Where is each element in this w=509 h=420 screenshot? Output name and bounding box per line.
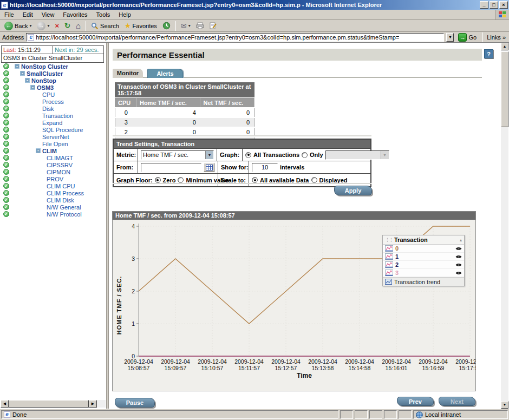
tree-item-transaction[interactable]: ✓Transaction (0, 113, 107, 120)
minimize-button[interactable]: _ (480, 1, 488, 9)
tree-item-label[interactable]: SQL Procedure (42, 127, 83, 133)
tree-item-label[interactable]: NonStop Cluster (21, 63, 68, 70)
legend-collapse-icon[interactable]: ▴ (460, 238, 462, 242)
chevron-down-icon[interactable]: ▼ (381, 151, 389, 159)
legend-footer[interactable]: Transaction trend (383, 277, 464, 286)
forward-button[interactable]: → ▾ (35, 21, 51, 31)
tree-item-n-w-protocol[interactable]: ✓N/W Protocol (0, 211, 107, 218)
tree-item-label[interactable]: File Open (42, 141, 68, 147)
menu-item-help[interactable]: Help (114, 10, 135, 19)
legend-drag-handle-icon[interactable]: ⋮⋮ (385, 237, 393, 242)
tree-horizontal-scrollbar[interactable]: ◀ ▶ (1, 400, 106, 408)
tree-item-expand[interactable]: ✓Expand (0, 120, 107, 127)
prev-button[interactable]: Prev (397, 397, 434, 406)
tree-item-label[interactable]: N/W General (47, 204, 81, 211)
tree-item-servernet[interactable]: ✓ServerNet (0, 134, 107, 141)
graph-only-radio[interactable] (302, 152, 308, 158)
show-for-input[interactable] (252, 163, 278, 172)
tree-item-nonstop-cluster[interactable]: ✓-NonStop Cluster (0, 63, 107, 70)
tree-item-clim[interactable]: ✓-CLIM (0, 148, 107, 155)
tree-item-label[interactable]: CLIM Process (47, 190, 84, 196)
collapse-minus-icon[interactable]: - (15, 64, 19, 69)
legend-item-0[interactable]: 0 (383, 245, 464, 253)
tree-item-label[interactable]: CLIMAGT (47, 155, 73, 161)
tree-item-climagt[interactable]: ✓CLIMAGT (0, 155, 107, 162)
tree-item-label[interactable]: SmallCluster (27, 70, 63, 77)
scale-displayed-radio[interactable] (311, 177, 317, 183)
tree-item-cipmon[interactable]: ✓CIPMON (0, 169, 107, 176)
favorites-button[interactable]: ★ Favorites (122, 21, 159, 31)
address-input[interactable]: e https://localhost:50000/mxportal/perfo… (26, 33, 444, 42)
scroll-thumb[interactable] (9, 400, 89, 408)
home-button[interactable]: ⌂ (74, 21, 83, 31)
stop-button[interactable]: × (53, 21, 62, 31)
tree-item-label[interactable]: NonStop (31, 77, 56, 84)
tree-item-label[interactable]: CIPMON (47, 169, 70, 175)
collapse-minus-icon[interactable]: - (20, 71, 25, 76)
address-dropdown-icon[interactable]: ▼ (446, 33, 454, 42)
menu-item-edit[interactable]: Edit (18, 10, 37, 19)
tree-item-clim-process[interactable]: ✓CLIM Process (0, 190, 107, 197)
graph-all-radio[interactable] (245, 152, 251, 158)
menu-item-tools[interactable]: Tools (92, 10, 115, 19)
floor-min-radio[interactable] (178, 177, 184, 183)
tree-item-label[interactable]: CLIM CPU (47, 183, 75, 189)
search-button[interactable]: Search (89, 21, 121, 31)
only-transaction-select[interactable]: ▼ (325, 150, 389, 160)
legend-item-3[interactable]: 3 (383, 269, 464, 277)
menu-item-favorites[interactable]: Favorites (58, 10, 92, 19)
vertical-scrollbar[interactable]: ▲ ▼ (501, 43, 508, 409)
help-button[interactable]: ? (484, 49, 493, 58)
scroll-up-icon[interactable]: ▲ (501, 43, 508, 50)
tree-item-sql-procedure[interactable]: ✓SQL Procedure (0, 127, 107, 134)
tree-item-nonstop[interactable]: ✓-NonStop (0, 77, 107, 84)
tree-item-cpu[interactable]: ✓CPU (0, 91, 107, 99)
eye-visibility-icon[interactable] (455, 262, 462, 267)
tree-item-label[interactable]: CLIM Disk (47, 197, 74, 204)
back-button[interactable]: ← Back ▾ (2, 21, 34, 31)
tab-monitor[interactable]: Monitor (113, 69, 143, 78)
tree-item-disk[interactable]: ✓Disk (0, 106, 107, 113)
tree-item-label[interactable]: PROV (47, 176, 63, 182)
edit-button[interactable] (207, 21, 219, 31)
apply-button[interactable]: Apply (334, 186, 372, 195)
tree-item-n-w-general[interactable]: ✓N/W General (0, 204, 107, 211)
floor-zero-radio[interactable] (155, 177, 161, 183)
scale-all-radio[interactable] (252, 177, 258, 183)
tree-item-label[interactable]: N/W Protocol (47, 211, 82, 218)
tree-item-file-open[interactable]: ✓File Open (0, 141, 107, 148)
collapse-minus-icon[interactable]: - (25, 78, 30, 83)
tree-item-label[interactable]: ServerNet (42, 134, 69, 140)
maximize-button[interactable]: □ (490, 1, 498, 9)
tab-alerts[interactable]: Alerts (147, 69, 183, 78)
tree-item-label[interactable]: CPU (42, 91, 55, 98)
tree-item-process[interactable]: ✓Process (0, 99, 107, 106)
scroll-down-icon[interactable]: ▼ (501, 401, 508, 409)
mail-button[interactable]: ✉ ▾ (179, 21, 193, 31)
history-button[interactable] (160, 21, 173, 31)
tree-item-label[interactable]: OSM3 (37, 84, 54, 91)
scroll-right-icon[interactable]: ▶ (89, 400, 97, 408)
eye-visibility-icon[interactable] (455, 246, 462, 251)
menu-item-file[interactable]: File (0, 10, 18, 19)
next-button[interactable]: Next (439, 397, 475, 406)
close-button[interactable]: × (499, 1, 508, 9)
chart-legend[interactable]: ⋮⋮ Transaction ▴ 0123 Transaction trend (382, 235, 465, 286)
collapse-minus-icon[interactable]: - (30, 85, 35, 90)
tree-item-cipssrv[interactable]: ✓CIPSSRV (0, 162, 107, 169)
mail-dropdown-icon[interactable]: ▾ (188, 23, 191, 28)
go-button[interactable]: → Go (456, 33, 479, 42)
back-dropdown-icon[interactable]: ▾ (29, 23, 31, 28)
scroll-thumb[interactable] (501, 51, 508, 127)
from-input[interactable] (141, 163, 201, 172)
pause-button[interactable]: Pause (115, 398, 155, 408)
legend-item-1[interactable]: 1 (383, 253, 464, 261)
menu-item-view[interactable]: View (37, 10, 59, 19)
forward-dropdown-icon[interactable]: ▾ (47, 23, 49, 28)
tree-item-osm3[interactable]: ✓-OSM3 (0, 84, 107, 91)
print-button[interactable] (194, 21, 206, 31)
metric-select[interactable]: Home TMF / sec. ▼ (141, 150, 214, 160)
calendar-button[interactable] (204, 163, 214, 172)
scroll-left-icon[interactable]: ◀ (1, 400, 9, 408)
legend-item-2[interactable]: 2 (383, 261, 464, 269)
